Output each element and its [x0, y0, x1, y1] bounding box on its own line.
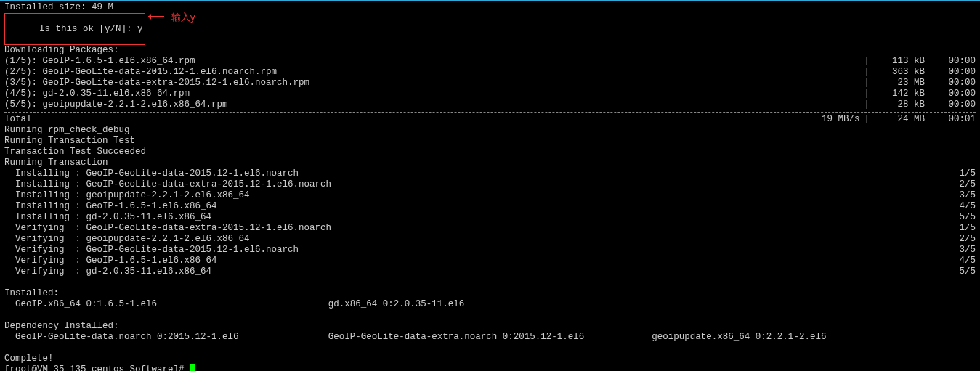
cursor-icon	[190, 364, 195, 371]
installed-col-3	[652, 299, 976, 310]
installed-col-1: GeoIP.x86_64 0:1.6.5-1.el6	[4, 299, 328, 310]
package-time: 00:00	[925, 67, 976, 78]
step-counter: 5/5	[947, 266, 976, 277]
step-counter: 5/5	[947, 212, 976, 223]
package-row: (1/5): GeoIP-1.6.5-1.el6.x86_64.rpm|113 …	[4, 56, 976, 67]
package-size: 363 kB	[874, 67, 925, 78]
total-line: Total 19 MB/s | 24 MB 00:01	[4, 114, 976, 125]
package-size: 113 kB	[874, 56, 925, 67]
step-counter: 1/5	[947, 223, 976, 234]
blank-line	[4, 343, 976, 354]
step-counter: 4/5	[947, 201, 976, 212]
package-time: 00:00	[925, 56, 976, 67]
transaction-step-row: Verifying : geoipupdate-2.2.1-2.el6.x86_…	[4, 234, 976, 245]
blank-line	[4, 277, 976, 288]
package-index: (2/5): GeoIP-GeoLite-data-2015.12-1.el6.…	[4, 67, 277, 78]
step-text: Installing : GeoIP-GeoLite-data-extra-20…	[4, 179, 331, 190]
step-counter: 3/5	[947, 245, 976, 256]
total-label: Total	[4, 114, 32, 125]
text: Downloading Packages:	[4, 45, 119, 56]
package-time: 00:00	[925, 99, 976, 110]
transaction-test-ok-line: Transaction Test Succeeded	[4, 147, 976, 158]
step-counter: 2/5	[947, 234, 976, 245]
step-text: Installing : GeoIP-GeoLite-data-2015.12-…	[4, 168, 299, 179]
package-row: (2/5): GeoIP-GeoLite-data-2015.12-1.el6.…	[4, 67, 976, 78]
package-index: (1/5): GeoIP-1.6.5-1.el6.x86_64.rpm	[4, 56, 195, 67]
transaction-step-row: Installing : gd-2.0.35-11.el6.x86_645/5	[4, 212, 976, 223]
package-row: (5/5): geoipupdate-2.2.1-2.el6.x86_64.rp…	[4, 99, 976, 110]
installed-header: Installed:	[4, 288, 976, 299]
package-size: 23 MB	[874, 78, 925, 89]
step-text: Verifying : GeoIP-GeoLite-data-extra-201…	[4, 223, 331, 234]
package-row: (4/5): gd-2.0.35-11.el6.x86_64.rpm|142 k…	[4, 89, 976, 99]
dependency-header: Dependency Installed:	[4, 321, 976, 332]
dep-col-1: GeoIP-GeoLite-data.noarch 0:2015.12-1.el…	[4, 332, 328, 343]
step-text: Verifying : GeoIP-1.6.5-1.el6.x86_64	[4, 256, 217, 266]
step-text: Verifying : geoipupdate-2.2.1-2.el6.x86_…	[4, 234, 250, 245]
annotation-text: 输入y	[171, 13, 196, 45]
downloading-header: Downloading Packages:	[4, 45, 976, 56]
installed-packages-row: GeoIP.x86_64 0:1.6.5-1.el6 gd.x86_64 0:2…	[4, 299, 976, 310]
package-index: (5/5): geoipupdate-2.2.1-2.el6.x86_64.rp…	[4, 99, 228, 110]
transaction-step-list: Installing : GeoIP-GeoLite-data-2015.12-…	[4, 168, 976, 277]
dependency-packages-row: GeoIP-GeoLite-data.noarch 0:2015.12-1.el…	[4, 332, 976, 343]
blank-line	[4, 310, 976, 321]
step-text: Verifying : GeoIP-GeoLite-data-2015.12-1…	[4, 245, 299, 256]
package-row: (3/5): GeoIP-GeoLite-data-extra-2015.12-…	[4, 78, 976, 89]
separator-line	[4, 112, 976, 113]
installed-col-2: gd.x86_64 0:2.0.35-11.el6	[328, 299, 652, 310]
dep-col-2: GeoIP-GeoLite-data-extra.noarch 0:2015.1…	[328, 332, 652, 343]
transaction-step-row: Verifying : gd-2.0.35-11.el6.x86_645/5	[4, 266, 976, 277]
pipe-icon: |	[859, 67, 874, 78]
pipe-icon: |	[859, 56, 874, 67]
total-speed: 19 MB/s	[822, 114, 860, 125]
package-index: (3/5): GeoIP-GeoLite-data-extra-2015.12-…	[4, 78, 309, 89]
transaction-step-row: Installing : GeoIP-1.6.5-1.el6.x86_644/5	[4, 201, 976, 212]
transaction-step-row: Verifying : GeoIP-GeoLite-data-2015.12-1…	[4, 245, 976, 256]
total-time: 00:01	[925, 114, 976, 125]
confirm-prompt-line: Is this ok [y/N]: y 输入y	[4, 13, 976, 45]
rpm-check-line: Running rpm_check_debug	[4, 125, 976, 136]
prompt-text: Is this ok [y/N]: y	[39, 24, 143, 34]
pipe-icon: |	[859, 114, 874, 125]
complete-line: Complete!	[4, 354, 976, 364]
pipe-icon: |	[859, 99, 874, 110]
terminal-output[interactable]: Installed size: 49 M Is this ok [y/N]: y…	[0, 1, 980, 371]
annotation-arrow-icon	[145, 13, 167, 20]
step-counter: 3/5	[947, 190, 976, 201]
dep-col-3: geoipupdate.x86_64 0:2.2.1-2.el6	[652, 332, 976, 343]
prompt-highlight-box: Is this ok [y/N]: y	[4, 13, 145, 45]
step-counter: 2/5	[947, 179, 976, 190]
package-time: 00:00	[925, 78, 976, 89]
step-counter: 4/5	[947, 256, 976, 266]
total-size: 24 MB	[874, 114, 925, 125]
package-download-list: (1/5): GeoIP-1.6.5-1.el6.x86_64.rpm|113 …	[4, 56, 976, 110]
transaction-step-row: Installing : GeoIP-GeoLite-data-extra-20…	[4, 179, 976, 190]
transaction-test-line: Running Transaction Test	[4, 136, 976, 147]
step-text: Verifying : gd-2.0.35-11.el6.x86_64	[4, 266, 211, 277]
shell-prompt-line[interactable]: [root@VM_35_135_centos Software]#	[4, 364, 976, 371]
shell-prompt: [root@VM_35_135_centos Software]#	[4, 364, 190, 371]
transaction-step-row: Installing : GeoIP-GeoLite-data-2015.12-…	[4, 168, 976, 179]
installed-size-line: Installed size: 49 M	[4, 2, 976, 13]
package-size: 28 kB	[874, 99, 925, 110]
text: Installed size: 49 M	[4, 2, 113, 13]
step-text: Installing : GeoIP-1.6.5-1.el6.x86_64	[4, 201, 217, 212]
step-text: Installing : geoipupdate-2.2.1-2.el6.x86…	[4, 190, 250, 201]
transaction-step-row: Verifying : GeoIP-GeoLite-data-extra-201…	[4, 223, 976, 234]
pipe-icon: |	[859, 89, 874, 99]
step-counter: 1/5	[947, 168, 976, 179]
package-size: 142 kB	[874, 89, 925, 99]
package-index: (4/5): gd-2.0.35-11.el6.x86_64.rpm	[4, 89, 190, 99]
pipe-icon: |	[859, 78, 874, 89]
step-text: Installing : gd-2.0.35-11.el6.x86_64	[4, 212, 211, 223]
running-transaction-line: Running Transaction	[4, 158, 976, 168]
transaction-step-row: Verifying : GeoIP-1.6.5-1.el6.x86_644/5	[4, 256, 976, 266]
transaction-step-row: Installing : geoipupdate-2.2.1-2.el6.x86…	[4, 190, 976, 201]
package-time: 00:00	[925, 89, 976, 99]
